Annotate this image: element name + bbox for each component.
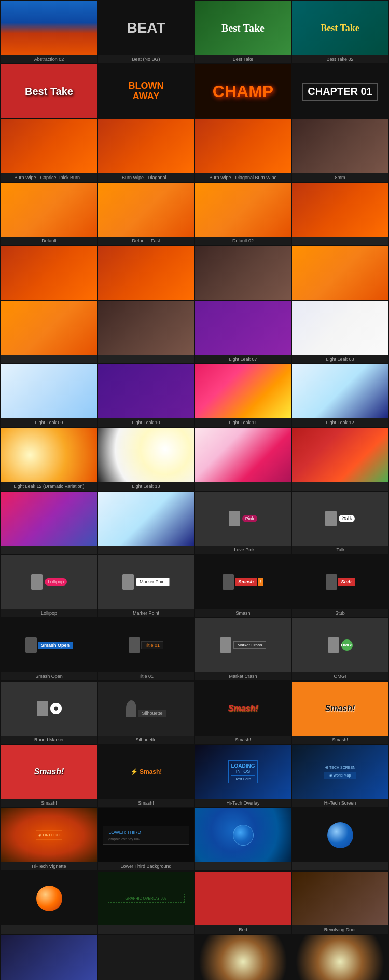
thumb-default02 bbox=[195, 183, 291, 237]
item-lower3d_marker[interactable]: Marker Point Marker Point bbox=[98, 555, 194, 617]
item-lower3d_pink[interactable]: Pink I Love Pink bbox=[195, 492, 291, 554]
item-burnwipe5[interactable] bbox=[1, 246, 97, 300]
item-ll14[interactable] bbox=[195, 428, 291, 490]
thumb-ll11 bbox=[195, 364, 291, 418]
item-lower3d_lollipop[interactable]: Lollipop Lollipop bbox=[1, 555, 97, 617]
thumb-lower3d_smash: Smash ! bbox=[195, 555, 291, 609]
item-default[interactable]: Default bbox=[1, 183, 97, 245]
thumb-ll13 bbox=[98, 428, 194, 482]
item-mars[interactable] bbox=[1, 872, 97, 934]
item-hitech_vign[interactable]: ◈ HI-TECHHi-Tech Vignette bbox=[1, 808, 97, 870]
label-lower3d_pink: I Love Pink bbox=[195, 546, 291, 554]
label-lower3d_italk: iTalk bbox=[292, 546, 388, 554]
item-burnwipe3[interactable]: Burn Wipe - Diagonal Burn Wipe bbox=[195, 119, 291, 182]
item-lower3d_smash[interactable]: Smash ! Smash bbox=[195, 555, 291, 617]
item-ll12c[interactable]: Light Leak 12 (Dramatic Variation) bbox=[1, 428, 97, 490]
item-ll17[interactable] bbox=[98, 492, 194, 554]
item-burnwipe9[interactable] bbox=[1, 301, 97, 363]
item-ll13[interactable]: Light Leak 13 bbox=[98, 428, 194, 490]
item-burnwipe4[interactable] bbox=[292, 183, 388, 245]
item-burnwipe7[interactable] bbox=[195, 246, 291, 300]
item-besttake03[interactable]: Best Take bbox=[1, 64, 97, 118]
item-lower3d_smash5[interactable]: ⚡ Smash!Smash! bbox=[98, 745, 194, 807]
item-lower3d_italk[interactable]: iTalk iTalk bbox=[292, 492, 388, 554]
item-beat[interactable]: BEATBeat (No BG) bbox=[98, 1, 194, 63]
item-hitech_screen[interactable]: HI-TECH SCREEN ◉ World Map Hi-Tech Scree… bbox=[292, 745, 388, 807]
label-ll09: Light Leak 09 bbox=[1, 418, 97, 427]
item-ll10[interactable]: Light Leak 10 bbox=[98, 364, 194, 427]
thumb-lower3d_pink: Pink bbox=[195, 492, 291, 546]
item-red[interactable]: Red bbox=[195, 872, 291, 934]
label-lower3d_smash3: Smash! bbox=[292, 736, 388, 744]
item-ll07[interactable]: Light Leak 07 bbox=[195, 301, 291, 363]
item-8mm[interactable]: 8mm bbox=[292, 119, 388, 182]
item-revolving[interactable]: Revolving Door bbox=[292, 872, 388, 934]
thumb-ll09 bbox=[1, 364, 97, 418]
thumb-burnwipe6 bbox=[98, 246, 194, 300]
item-lensflare04a[interactable]: Lens Flare - 04 bbox=[292, 935, 388, 980]
label-lower3d_lollipop: Lollipop bbox=[1, 609, 97, 617]
item-burnwipe1[interactable]: Burn Wipe - Caprice Thick Burn... bbox=[1, 119, 97, 182]
item-empty1[interactable] bbox=[98, 935, 194, 980]
thumb-lower3d_silhouette: Silhouette bbox=[98, 682, 194, 736]
item-lower3d_silhouette[interactable]: Silhouette Silhouette bbox=[98, 682, 194, 744]
thumb-mars bbox=[1, 872, 97, 925]
item-lower3d_smash3[interactable]: Smash!Smash! bbox=[292, 682, 388, 744]
item-lower3bg[interactable]: LOWER THIRD graphic overlay 002 Lower Th… bbox=[98, 808, 194, 870]
item-shuffle[interactable]: Shuffle bbox=[1, 935, 97, 980]
item-lower3d_marketcrash[interactable]: Market Crash Market Crash bbox=[195, 618, 291, 680]
label-hitech_overlay: Hi-Tech Overlay bbox=[195, 799, 291, 807]
thumb-lower3d_smashopen: Smash Open bbox=[1, 618, 97, 672]
label-lower3d_marketcrash: Market Crash bbox=[195, 672, 291, 680]
label-ll13: Light Leak 13 bbox=[98, 482, 194, 491]
item-lower3d_title01[interactable]: Title 01 Title 01 bbox=[98, 618, 194, 680]
item-ll11[interactable]: Light Leak 11 bbox=[195, 364, 291, 427]
item-champ[interactable]: CHAMP bbox=[195, 64, 291, 118]
thumb-ll07 bbox=[195, 301, 291, 355]
item-burnwipe10[interactable] bbox=[98, 301, 194, 363]
thumb-burnwipe7 bbox=[195, 246, 291, 300]
thumb-8mm bbox=[292, 119, 388, 173]
item-defaultfast[interactable]: Default - Fast bbox=[98, 183, 194, 245]
label-default02: Default 02 bbox=[195, 237, 291, 245]
thumb-burnwipe4 bbox=[292, 183, 388, 237]
label-lower3bg: Lower Third Background bbox=[98, 862, 194, 870]
item-ll16[interactable] bbox=[1, 492, 97, 554]
item-lower3d_smash2[interactable]: Smash!Smash! bbox=[195, 682, 291, 744]
label-lower3d_smash4: Smash! bbox=[1, 799, 97, 807]
item-ll08[interactable]: Light Leak 08 bbox=[292, 301, 388, 363]
label-defaultfast: Default - Fast bbox=[98, 237, 194, 245]
item-burnwipe8[interactable] bbox=[292, 246, 388, 300]
item-gridoverlay[interactable]: GRAPHIC OVERLAY 002 bbox=[98, 872, 194, 934]
item-hitech_overlay[interactable]: LOADING INTOS Text Here Hi-Tech Overlay bbox=[195, 745, 291, 807]
item-planet_blue[interactable] bbox=[292, 808, 388, 870]
item-chapter01[interactable]: CHAPTER 01 bbox=[292, 64, 388, 118]
label-lower3d_smash5: Smash! bbox=[98, 799, 194, 807]
item-default02[interactable]: Default 02 bbox=[195, 183, 291, 245]
label-ll12c: Light Leak 12 (Dramatic Variation) bbox=[1, 482, 97, 491]
item-lower3d_omg[interactable]: OMG! OMG! bbox=[292, 618, 388, 680]
item-abstraction02[interactable]: Abstraction 02 bbox=[1, 1, 97, 63]
item-lower3d_stub[interactable]: Stub Stub bbox=[292, 555, 388, 617]
item-besttake[interactable]: Best TakeBest Take bbox=[195, 1, 291, 63]
item-besttake02[interactable]: Best TakeBest Take 02 bbox=[292, 1, 388, 63]
thumb-burnwipe10 bbox=[98, 301, 194, 355]
item-lower3d_roundmarker[interactable]: ⬤ Round Marker bbox=[1, 682, 97, 744]
thumb-lower3bg: LOWER THIRD graphic overlay 002 bbox=[98, 808, 194, 862]
thumb-lower3d_italk: iTalk bbox=[292, 492, 388, 546]
item-blownaway[interactable]: BLOWNAWAY bbox=[98, 64, 194, 118]
item-burnwipe6[interactable] bbox=[98, 246, 194, 300]
item-ll15[interactable] bbox=[292, 428, 388, 490]
item-burnwipe2[interactable]: Burn Wipe - Diagonal... bbox=[98, 119, 194, 182]
thumb-lensflare03a bbox=[195, 935, 291, 980]
item-lower3d_smash4[interactable]: Smash!Smash! bbox=[1, 745, 97, 807]
item-ll09[interactable]: Light Leak 09 bbox=[1, 364, 97, 427]
thumb-gridoverlay: GRAPHIC OVERLAY 002 bbox=[98, 872, 194, 925]
item-ll12[interactable]: Light Leak 12 bbox=[292, 364, 388, 427]
item-lower3d_smashopen[interactable]: Smash Open Smash Open bbox=[1, 618, 97, 680]
item-lensflare03a[interactable]: Lens Flare - 03 bbox=[195, 935, 291, 980]
label-default: Default bbox=[1, 237, 97, 245]
item-globe[interactable] bbox=[195, 808, 291, 870]
thumb-besttake02: Best Take bbox=[292, 1, 388, 55]
thumb-hitech_screen: HI-TECH SCREEN ◉ World Map bbox=[292, 745, 388, 799]
